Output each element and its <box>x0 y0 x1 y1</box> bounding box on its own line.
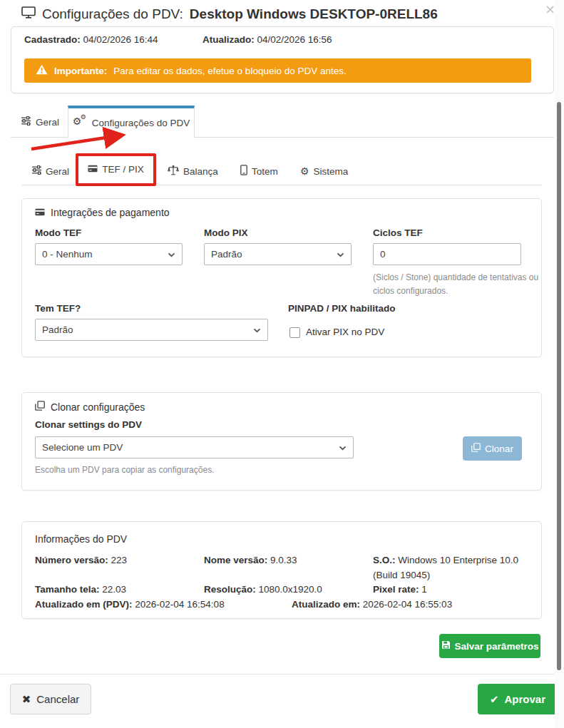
ciclos-tef-input[interactable] <box>373 243 521 265</box>
pdv-info-title: Informações do PDV <box>35 533 127 545</box>
modo-pix-selected-value: Padrão <box>211 249 242 260</box>
atualizado-label: Atualizado: <box>202 34 255 45</box>
modo-tef-label: Modo TEF <box>35 227 81 238</box>
save-icon <box>441 640 451 652</box>
resolucao-field: Resolução: 1080.0x1920.0 <box>204 583 322 598</box>
credit-card-icon <box>88 164 98 175</box>
ativar-pix-checkbox-label: Ativar PIX no PDV <box>306 327 384 337</box>
modo-pix-select[interactable]: Padrão <box>204 243 352 265</box>
pixel-rate-label: Pixel rate: <box>373 584 419 595</box>
tablet-icon <box>240 165 247 178</box>
sliders-icon <box>21 116 31 128</box>
tab-geral-inner-label: Geral <box>46 166 69 177</box>
atualizado-pdv-field: Atualizado em (PDV): 2026-02-04 16:54:08 <box>35 598 225 612</box>
chevron-down-icon <box>253 324 261 335</box>
atualizado-value: 04/02/2026 16:56 <box>257 34 332 45</box>
pinpad-pix-label: PINPAD / PIX habilitado <box>288 303 396 314</box>
ciclos-tef-label: Ciclos TEF <box>373 227 423 238</box>
tab-configuracoes-pdv-label: Configurações do PDV <box>92 118 190 128</box>
inner-tabs-divider <box>21 185 542 185</box>
cadastrado-field: Cadastrado: 04/02/2026 16:44 <box>24 34 158 45</box>
close-icon[interactable]: × <box>545 1 555 16</box>
warning-triangle-icon <box>36 64 48 77</box>
tab-balanca-label: Balança <box>183 166 218 177</box>
numero-versao-label: Número versão: <box>35 555 108 565</box>
scrollbar-thumb[interactable] <box>557 102 561 670</box>
approve-button[interactable]: ✔ Aprovar <box>478 684 558 714</box>
tab-tef-pix[interactable]: TEF / PIX <box>78 155 153 184</box>
tem-tef-label: Tem TEF? <box>35 303 81 314</box>
clone-settings-card: Clonar configurações Clonar settings do … <box>21 392 542 491</box>
numero-versao-value: 223 <box>111 555 128 565</box>
pdv-config-modal: Configurações do PDV: Desktop Windows DE… <box>0 0 564 728</box>
save-parameters-label: Salvar parâmetros <box>455 641 539 652</box>
check-icon: ✔ <box>490 693 499 706</box>
tab-balanca[interactable]: Balança <box>168 163 218 180</box>
atualizado-pdv-label: Atualizado em (PDV): <box>35 599 133 610</box>
x-icon: ✖ <box>22 693 31 706</box>
clone-pdv-selected-value: Selecione um PDV <box>42 442 123 453</box>
payment-card-title: Integrações de pagamento <box>35 207 170 218</box>
tab-sistema-label: Sistema <box>314 166 349 177</box>
nome-versao-value: 9.0.33 <box>270 555 297 565</box>
tab-geral-outer[interactable]: Geral <box>21 113 59 131</box>
atualizado-em-field: Atualizado em: 2026-02-04 16:55:03 <box>292 598 452 612</box>
save-parameters-button[interactable]: Salvar parâmetros <box>439 634 540 658</box>
tem-tef-select[interactable]: Padrão <box>35 319 268 341</box>
so-label: S.O.: <box>373 555 396 565</box>
scrollbar-track <box>555 0 564 728</box>
tamanho-tela-label: Tamanho tela: <box>35 584 100 595</box>
warning-label: Importante: <box>54 66 107 76</box>
clone-help-text: Escolha um PDV para copiar as configuraç… <box>35 463 320 477</box>
credit-card-icon <box>35 207 45 218</box>
atualizado-em-label: Atualizado em: <box>292 599 360 610</box>
payment-integrations-card: Integrações de pagamento Modo TEF Modo P… <box>21 198 542 357</box>
resolucao-value: 1080.0x1920.0 <box>259 584 322 595</box>
cadastrado-label: Cadastrado: <box>24 34 81 45</box>
resolucao-label: Resolução: <box>204 584 256 595</box>
clone-card-title-text: Clonar configurações <box>51 401 145 413</box>
modal-title-device: Desktop Windows DESKTOP-0RELL86 <box>190 6 438 22</box>
tem-tef-selected-value: Padrão <box>42 324 73 335</box>
clone-button-label: Clonar <box>485 444 513 454</box>
modo-tef-selected-value: 0 - Nenhum <box>42 249 93 260</box>
tab-geral-inner[interactable]: Geral <box>32 163 69 180</box>
clone-pdv-select[interactable]: Selecione um PDV <box>35 436 354 458</box>
tab-configuracoes-pdv[interactable]: ⚙ ⚙ Configurações do PDV <box>68 106 195 138</box>
chevron-down-icon <box>339 442 347 453</box>
cadastrado-value: 04/02/2026 16:44 <box>83 34 158 45</box>
clone-icon <box>471 443 481 454</box>
numero-versao-field: Número versão: 223 <box>35 553 127 568</box>
tamanho-tela-value: 22.03 <box>102 584 126 595</box>
gears-icon: ⚙ ⚙ <box>73 118 87 129</box>
chevron-down-icon <box>337 249 344 260</box>
payment-card-title-text: Integrações de pagamento <box>51 207 170 218</box>
approve-button-label: Aprovar <box>505 693 546 705</box>
balance-scale-icon <box>168 165 179 178</box>
so-field: S.O.: Windows 10 Enterprise 10.0 (Build … <box>373 553 537 583</box>
tab-geral-outer-label: Geral <box>36 117 59 128</box>
tab-tef-pix-label: TEF / PIX <box>102 164 144 175</box>
clone-card-title: Clonar configurações <box>35 401 145 413</box>
modo-tef-select[interactable]: 0 - Nenhum <box>35 243 183 265</box>
tab-totem[interactable]: Totem <box>240 163 278 180</box>
sliders-icon <box>32 165 41 177</box>
ativar-pix-checkbox[interactable] <box>289 327 300 338</box>
ciclos-tef-help: (Siclos / Stone) quantidade de tentativa… <box>373 271 540 297</box>
atualizado-em-value: 2026-02-04 16:55:03 <box>363 599 452 610</box>
chevron-down-icon <box>168 249 175 260</box>
clone-button[interactable]: Clonar <box>463 436 522 461</box>
atualizado-field: Atualizado: 04/02/2026 16:56 <box>202 34 332 45</box>
pixel-rate-field: Pixel rate: 1 <box>373 583 537 598</box>
warning-banner: Importante: Para editar os dados, efetue… <box>24 58 531 83</box>
modo-pix-label: Modo PIX <box>204 227 248 238</box>
atualizado-pdv-value: 2026-02-04 16:54:08 <box>135 599 224 610</box>
gear-icon: ⚙ <box>300 166 309 176</box>
monitor-icon <box>21 6 36 22</box>
nome-versao-label: Nome versão: <box>204 555 267 565</box>
pdv-summary-card: Cadastrado: 04/02/2026 16:44 Atualizado:… <box>11 26 554 93</box>
nome-versao-field: Nome versão: 9.0.33 <box>204 553 297 568</box>
cancel-button[interactable]: ✖ Cancelar <box>10 684 91 714</box>
tab-sistema[interactable]: ⚙ Sistema <box>300 163 348 180</box>
cancel-button-label: Cancelar <box>36 693 79 705</box>
